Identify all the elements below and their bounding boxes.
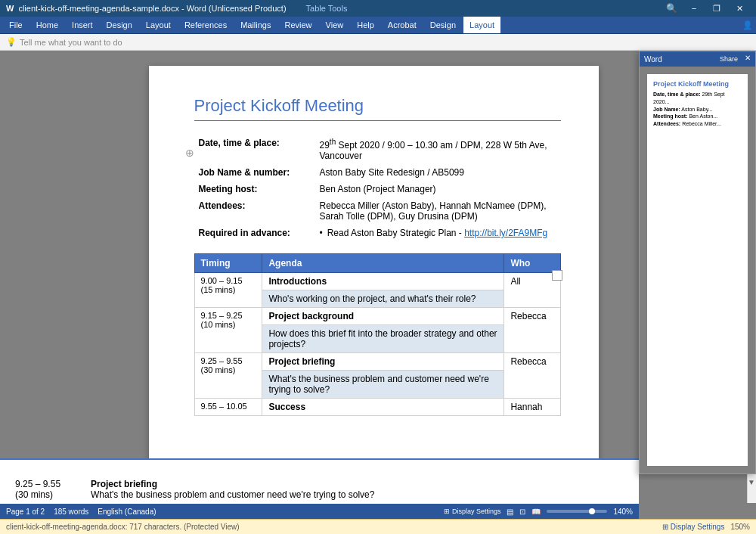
info-table: Date, time & place: 29th Sept 2020 / 9:0… — [194, 135, 561, 241]
table-row: Required in advance: • Read Aston Baby S… — [194, 225, 561, 241]
timing-cell: 9.00 – 9.15(15 mins) — [194, 273, 262, 308]
field-value: • Read Aston Baby Strategic Plan - http:… — [315, 225, 561, 241]
agenda-desc-cell: Who's working on the project, and what's… — [262, 290, 504, 308]
second-window-body: Project Kickoff Meeting Date, time & pla… — [640, 67, 755, 473]
agenda-row-4: 9.55 – 10.05 Success Hannah — [194, 399, 560, 416]
who-cell: Rebecca — [504, 353, 560, 399]
protected-bar-right: ⊞ Display Settings 150% — [662, 523, 750, 531]
second-win-share[interactable]: Share — [715, 54, 742, 64]
tab-view[interactable]: View — [320, 17, 350, 33]
agenda-title-cell: Project background — [262, 308, 504, 325]
table-row: Attendees: Rebecca Miller (Aston Baby), … — [194, 197, 561, 225]
second-page-title: Project Kickoff Meeting — [653, 80, 742, 88]
move-handle[interactable]: ⊕ — [185, 147, 194, 159]
tab-layout[interactable]: Layout — [140, 17, 177, 33]
tab-acrobat[interactable]: Acrobat — [382, 17, 423, 33]
table-row: Date, time & place: 29th Sept 2020 / 9:0… — [194, 135, 561, 164]
agenda-row-3: 9.25 – 9.55(30 mins) Project briefing Re… — [194, 353, 560, 371]
word-icon: W — [6, 4, 14, 13]
title-bar: W client-kick-off-meeting-agenda-sample.… — [0, 0, 756, 17]
ribbon-content: 💡 Tell me what you want to do — [0, 34, 756, 51]
scroll-area[interactable]: ⊕ Project Kickoff Meeting Date, time & p… — [0, 51, 747, 503]
agenda-table: Timing Agenda Who 9.00 – 9.15(15 mins) I… — [194, 253, 561, 416]
second-window: Word Share ✕ Project Kickoff Meeting Dat… — [639, 51, 756, 474]
status-right: ⊞ Display Settings ▤ ⊡ 📖 140% — [444, 508, 633, 516]
table-row: Meeting host: Ben Aston (Project Manager… — [194, 181, 561, 197]
tab-home[interactable]: Home — [30, 17, 64, 33]
tab-references[interactable]: References — [178, 17, 233, 33]
field-label: Meeting host: — [194, 181, 315, 197]
lightbulb-icon: 💡 — [6, 37, 17, 47]
tab-insert[interactable]: Insert — [66, 17, 99, 33]
protected-text: client-kick-off-meeting-agenda.docx: 717… — [6, 523, 240, 531]
field-label: Job Name & number: — [194, 164, 315, 181]
document-page: ⊕ Project Kickoff Meeting Date, time & p… — [149, 66, 599, 503]
minimize-button[interactable]: − — [683, 0, 705, 17]
field-value: Aston Baby Site Redesign / AB5099 — [315, 164, 561, 181]
status-bar: Page 1 of 2 185 words English (Canada) ⊞… — [0, 504, 639, 519]
col-timing: Timing — [194, 254, 262, 273]
display-settings-icon[interactable]: ⊞ Display Settings — [444, 508, 500, 515]
second-page-content: Date, time & place: 29th Sept 2020... Jo… — [653, 91, 742, 128]
tab-mailings[interactable]: Mailings — [234, 17, 277, 33]
search-icon[interactable]: 🔍 — [661, 0, 682, 17]
restore-button[interactable]: ❐ — [706, 0, 727, 17]
account-info[interactable]: 👤 — [742, 20, 753, 30]
agenda-header-row: Timing Agenda Who — [194, 254, 560, 273]
tab-help[interactable]: Help — [351, 17, 380, 33]
tab-file[interactable]: File — [3, 17, 29, 33]
field-value: Ben Aston (Project Manager) — [315, 181, 561, 197]
zoomed-text: Project briefing What's the business pro… — [91, 479, 374, 500]
bullet: • — [320, 228, 323, 238]
view-web[interactable]: ⊡ — [519, 508, 525, 516]
zoom-slider[interactable] — [547, 510, 607, 513]
zoom-thumb — [589, 508, 595, 514]
agenda-row-2: 9.15 – 9.25(10 mins) Project background … — [194, 308, 560, 325]
checkbox[interactable] — [552, 270, 562, 281]
agenda-title-cell: Success — [262, 399, 504, 416]
second-window-page: Project Kickoff Meeting Date, time & pla… — [647, 74, 748, 466]
title-bar-left: W client-kick-off-meeting-agenda-sample.… — [6, 4, 347, 13]
page-count: Page 1 of 2 — [6, 508, 45, 516]
tab-design[interactable]: Design — [101, 17, 138, 33]
who-cell: Rebecca — [504, 308, 560, 353]
table-row: Job Name & number: Aston Baby Site Redes… — [194, 164, 561, 181]
agenda-desc-cell: What's the business problem and customer… — [262, 371, 504, 399]
close-button[interactable]: ✕ — [729, 0, 750, 17]
field-label: Attendees: — [194, 197, 315, 225]
ribbon: File Home Insert Design Layout Reference… — [0, 17, 756, 34]
tab-layout2[interactable]: Layout — [463, 17, 500, 33]
display-settings-2[interactable]: ⊞ Display Settings — [662, 523, 724, 531]
main-area: ⊕ Project Kickoff Meeting Date, time & p… — [0, 51, 756, 503]
field-value: 29th Sept 2020 / 9:00 – 10.30 am / DPM, … — [315, 135, 561, 164]
ribbon-tabs: File Home Insert Design Layout Reference… — [0, 17, 756, 33]
field-label: Required in advance: — [194, 225, 315, 241]
zoom-150: 150% — [730, 523, 750, 531]
timing-cell: 9.15 – 9.25(10 mins) — [194, 308, 262, 353]
word-count: 185 words — [54, 508, 88, 516]
col-agenda: Agenda — [262, 254, 504, 273]
view-read[interactable]: 📖 — [531, 508, 541, 516]
window-controls: 🔍 − ❐ ✕ — [661, 0, 750, 17]
zoom-level: 140% — [613, 508, 633, 516]
page-title: Project Kickoff Meeting — [194, 96, 561, 121]
timing-cell: 9.55 – 10.05 — [194, 399, 262, 416]
tab-design2[interactable]: Design — [424, 17, 462, 33]
second-window-title: Word — [644, 55, 662, 64]
field-label: Date, time & place: — [194, 135, 315, 164]
title-text: client-kick-off-meeting-agenda-sample.do… — [18, 4, 286, 13]
second-window-titlebar: Word Share ✕ — [640, 51, 755, 67]
field-value: Rebecca Miller (Aston Baby), Hannah McNa… — [315, 197, 561, 225]
status-left: Page 1 of 2 185 words English (Canada) — [6, 508, 156, 516]
agenda-row-1: 9.00 – 9.15(15 mins) Introductions All — [194, 273, 560, 290]
second-win-close[interactable]: ✕ — [745, 54, 751, 64]
agenda-title-cell: Introductions — [262, 273, 504, 290]
view-normal[interactable]: ▤ — [507, 508, 513, 516]
agenda-desc-cell: How does this brief fit into the broader… — [262, 325, 504, 353]
strategic-plan-link[interactable]: http://bit.ly/2FA9MFg — [464, 228, 547, 238]
language: English (Canada) — [98, 508, 156, 516]
scroll-down-button[interactable]: ▼ — [747, 476, 756, 488]
table-tools-label: Table Tools — [306, 4, 348, 13]
tab-review[interactable]: Review — [279, 17, 318, 33]
protected-bar: client-kick-off-meeting-agenda.docx: 717… — [0, 519, 756, 534]
